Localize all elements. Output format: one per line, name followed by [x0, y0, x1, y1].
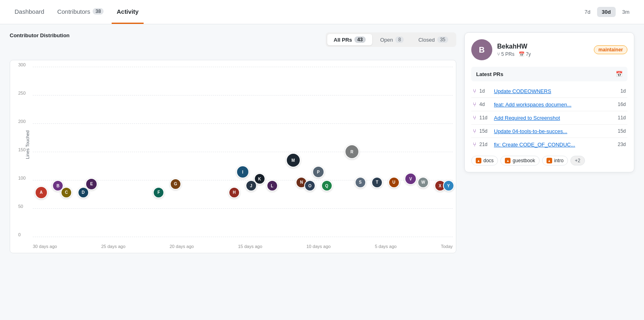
scatter-dot[interactable]: L	[267, 180, 278, 191]
merge-icon: ⑂	[473, 88, 476, 94]
top-area: Contributor Distribution All PRs 43 Open…	[10, 32, 456, 55]
pr-filter-open[interactable]: Open 8	[374, 34, 411, 45]
merge-icon: ⑂	[473, 114, 476, 121]
y-tick-250: 250	[18, 91, 25, 95]
time-filters: 7d 30d 3m	[580, 7, 634, 17]
tab-dashboard[interactable]: Dashboard	[10, 0, 49, 24]
role-badge: maintainer	[594, 45, 627, 54]
pr-title[interactable]: fix: Create CODE_OF_CONDUC...	[494, 142, 614, 148]
pr-age: 11d	[479, 115, 491, 121]
pr-title[interactable]: Update 04-tools-to-be-succes...	[494, 128, 614, 134]
scatter-dot[interactable]: C	[61, 187, 72, 198]
y-tick-0: 0	[18, 232, 21, 237]
scatter-dot[interactable]: T	[371, 177, 383, 188]
pr-item: ⑂ 21d fix: Create CODE_OF_CONDUC... 23d	[471, 138, 627, 151]
pr-days: 16d	[618, 102, 626, 107]
y-tick-200: 200	[18, 119, 25, 124]
chart-section: Contributor Distribution All PRs 43 Open…	[10, 32, 456, 253]
main-content: Contributor Distribution All PRs 43 Open…	[0, 24, 644, 261]
scatter-dot[interactable]: K	[254, 173, 265, 184]
repo-tag[interactable]: +2	[570, 156, 585, 165]
scatter-dot[interactable]: W	[417, 177, 429, 188]
pr-days: 1d	[621, 88, 626, 94]
x-label: 30 days ago	[33, 244, 57, 249]
y-axis-label: Lines Touched	[25, 130, 30, 159]
pr-days: 15d	[618, 128, 626, 134]
scatter-dot[interactable]: E	[85, 178, 97, 190]
pr-filter-tabs: All PRs 43 Open 8 Closed 35	[326, 32, 456, 47]
x-label: 25 days ago	[101, 244, 125, 249]
pr-title[interactable]: Add Required to Screenshot	[494, 115, 614, 121]
contributor-name: BekahHW	[497, 43, 589, 50]
scatter-dot[interactable]: I	[236, 165, 249, 178]
tab-activity[interactable]: Activity	[112, 0, 143, 24]
tenure: 📅 7y	[519, 51, 531, 57]
filter-7d[interactable]: 7d	[580, 7, 595, 17]
latest-prs-header: Latest PRs 📅	[471, 67, 627, 81]
x-label: Today	[441, 244, 453, 249]
pr-days: 11d	[618, 115, 626, 121]
scatter-dot[interactable]: O	[304, 180, 316, 191]
pr-age: 15d	[479, 128, 491, 134]
contributor-info: BekahHW ⑂ 5 PRs 📅 7y	[497, 43, 589, 57]
pr-count: ⑂ 5 PRs	[497, 51, 515, 57]
repo-tag-label: docs	[483, 158, 494, 163]
scatter-dot[interactable]: U	[388, 177, 400, 188]
x-label: 5 days ago	[375, 244, 397, 249]
pr-item: ⑂ 11d Add Required to Screenshot 11d	[471, 111, 627, 125]
repo-tag-icon: ▲	[476, 158, 481, 163]
pr-age: 4d	[479, 102, 491, 107]
scatter-dot[interactable]: G	[170, 178, 181, 190]
pr-age: 1d	[479, 88, 491, 94]
pr-age: 21d	[479, 142, 491, 147]
repo-tag[interactable]: ▲intro	[542, 156, 568, 165]
pr-filter-closed[interactable]: Closed 35	[412, 34, 455, 45]
contributors-badge: 38	[93, 8, 104, 15]
y-tick-50: 50	[18, 204, 23, 209]
contributor-distribution-chart: Lines Touched 300250200150100500 ABCDEFG…	[10, 60, 456, 253]
y-tick-150: 150	[18, 147, 25, 152]
repo-tags: ▲docs▲guestbook▲intro+2	[471, 156, 627, 165]
filter-30d[interactable]: 30d	[597, 7, 616, 17]
scatter-dot[interactable]: R	[345, 144, 359, 159]
scatter-dot[interactable]: Y	[443, 180, 454, 191]
scatter-dot[interactable]: V	[405, 173, 417, 185]
nav-tabs: Dashboard Contributors 38 Activity	[10, 0, 144, 24]
repo-tag-icon: ▲	[505, 158, 511, 163]
scatter-dot[interactable]: M	[286, 153, 301, 167]
x-label: 20 days ago	[169, 244, 194, 249]
scatter-dot[interactable]: A	[35, 186, 48, 199]
merge-icon: ⑂	[473, 141, 476, 148]
scatter-dot[interactable]: F	[153, 187, 164, 198]
repo-tag-label: guestbook	[513, 158, 535, 163]
filter-3m[interactable]: 3m	[617, 7, 634, 17]
y-tick-100: 100	[18, 176, 25, 180]
y-tick-300: 300	[18, 62, 25, 67]
pr-item: ⑂ 15d Update 04-tools-to-be-succes... 15…	[471, 125, 627, 138]
merge-icon: ⑂	[473, 128, 476, 134]
latest-prs-title: Latest PRs	[476, 71, 503, 77]
repo-tag-icon: ▲	[547, 158, 552, 163]
pr-list: ⑂ 1d Update CODEOWNERS 1d ⑂ 4d feat: Add…	[471, 85, 627, 151]
x-label: 10 days ago	[307, 244, 331, 249]
scatter-dot[interactable]: Q	[321, 180, 333, 191]
chart-inner: 300250200150100500 ABCDEFGHIJKLMNOPQRSTU…	[33, 67, 453, 237]
repo-tag[interactable]: ▲docs	[471, 156, 498, 165]
pr-filter-all[interactable]: All PRs 43	[327, 34, 372, 45]
scatter-dot[interactable]: S	[355, 177, 366, 188]
pr-item: ⑂ 4d feat: Add workspaces documen... 16d	[471, 98, 627, 111]
calendar-icon[interactable]: 📅	[616, 71, 623, 77]
contributor-meta: ⑂ 5 PRs 📅 7y	[497, 51, 589, 57]
x-axis: 30 days ago25 days ago20 days ago15 days…	[33, 244, 453, 249]
pr-item: ⑂ 1d Update CODEOWNERS 1d	[471, 85, 627, 98]
x-label: 15 days ago	[238, 244, 262, 249]
merge-icon: ⑂	[473, 101, 476, 108]
scatter-dot[interactable]: H	[229, 187, 240, 198]
scatter-dot[interactable]: P	[312, 166, 324, 178]
tab-contributors[interactable]: Contributors 38	[52, 0, 108, 24]
repo-tag[interactable]: ▲guestbook	[500, 156, 539, 165]
pr-title[interactable]: feat: Add workspaces documen...	[494, 102, 614, 108]
header: Dashboard Contributors 38 Activity 7d 30…	[0, 0, 644, 24]
pr-days: 23d	[618, 142, 626, 147]
pr-title[interactable]: Update CODEOWNERS	[494, 88, 617, 94]
